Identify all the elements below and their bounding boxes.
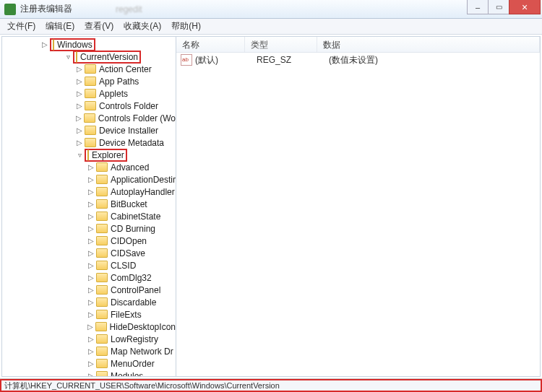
- tree-pane: ▷Windows▿CurrentVersion▷Action Center▷Ap…: [1, 36, 176, 377]
- close-button[interactable]: [509, 0, 541, 14]
- expander-icon[interactable]: ▷: [74, 139, 85, 147]
- tree-item[interactable]: ▷CLSID: [2, 259, 176, 271]
- tree-item[interactable]: ▷HideDesktopIcon: [2, 321, 176, 333]
- tree-item-label: AutoplayHandler: [111, 187, 175, 197]
- tree-item[interactable]: ▷Discardable: [2, 296, 176, 308]
- expander-icon[interactable]: ▷: [86, 261, 96, 269]
- tree-item-currentversion[interactable]: ▿CurrentVersion: [2, 51, 176, 63]
- tree-item[interactable]: ▷CabinetState: [2, 210, 176, 222]
- expander-icon[interactable]: ▷: [40, 40, 50, 48]
- tree-item[interactable]: ▷CIDSave: [2, 247, 176, 259]
- tree-item-label: FileExts: [111, 310, 142, 320]
- expander-icon[interactable]: ▿: [74, 151, 85, 159]
- expander-icon[interactable]: ▷: [86, 372, 96, 377]
- tree-item-label: Controls Folder (Wo: [98, 113, 176, 123]
- tree-item[interactable]: ▷Controls Folder (Wo: [2, 112, 176, 124]
- workspace: ▷Windows▿CurrentVersion▷Action Center▷Ap…: [0, 35, 542, 379]
- folder-icon: [96, 334, 108, 344]
- tree-item-label: Discardable: [111, 297, 156, 308]
- tree-item-label: CabinetState: [111, 212, 160, 222]
- tree-item[interactable]: ▷FileExts: [2, 308, 176, 321]
- tree-item-label: Modules: [111, 371, 143, 378]
- expander-icon[interactable]: ▷: [74, 65, 85, 73]
- tree-item[interactable]: ▷CIDOpen: [2, 235, 176, 247]
- value-type: REG_SZ: [257, 55, 329, 65]
- expander-icon[interactable]: ▷: [85, 323, 95, 331]
- tree-item-label: CIDOpen: [111, 236, 147, 246]
- tree-item-label: BitBucket: [111, 199, 147, 209]
- expander-icon[interactable]: ▷: [74, 90, 85, 97]
- tree-item[interactable]: ▷Device Installer: [2, 124, 176, 136]
- list-row[interactable]: (默认) REG_SZ (数值未设置): [176, 53, 540, 67]
- tree-item[interactable]: ▷Device Metadata: [2, 136, 176, 149]
- tree-item[interactable]: ▷ComDlg32: [2, 271, 176, 284]
- menu-edit[interactable]: 编辑(E): [41, 19, 79, 34]
- expander-icon[interactable]: ▷: [86, 225, 96, 232]
- tree-item[interactable]: ▷AutoplayHandler: [2, 186, 176, 198]
- minimize-button[interactable]: [467, 0, 489, 14]
- column-data[interactable]: 数据: [317, 37, 540, 52]
- expander-icon[interactable]: ▷: [86, 249, 96, 257]
- expander-icon[interactable]: ▷: [74, 77, 85, 85]
- expander-icon[interactable]: ▷: [86, 237, 96, 245]
- tree-item[interactable]: ▷App Paths: [2, 75, 176, 87]
- menu-help[interactable]: 帮助(H): [167, 19, 205, 34]
- tree-item[interactable]: ▷BitBucket: [2, 198, 176, 210]
- expander-icon[interactable]: ▷: [74, 126, 85, 134]
- column-name[interactable]: 名称: [176, 37, 245, 52]
- expander-icon[interactable]: ▷: [86, 335, 96, 343]
- tree-item-label: Explorer: [92, 150, 124, 160]
- folder-icon: [85, 89, 96, 98]
- tree-item-label: Advanced: [111, 162, 149, 173]
- column-type[interactable]: 类型: [245, 37, 317, 52]
- registry-tree[interactable]: ▷Windows▿CurrentVersion▷Action Center▷Ap…: [2, 37, 176, 377]
- list-pane: 名称 类型 数据 (默认) REG_SZ (数值未设置): [176, 36, 541, 377]
- expander-icon[interactable]: ▷: [86, 188, 96, 196]
- expander-icon[interactable]: ▷: [86, 298, 96, 306]
- tree-item[interactable]: ▷Advanced: [2, 161, 176, 173]
- menu-view[interactable]: 查看(V): [80, 19, 118, 34]
- app-icon: [4, 4, 16, 15]
- tree-item[interactable]: ▷ApplicationDestir: [2, 173, 176, 186]
- expander-icon[interactable]: ▷: [74, 114, 84, 122]
- tree-item-explorer[interactable]: ▿Explorer: [2, 149, 176, 161]
- menu-file[interactable]: 文件(F): [3, 19, 40, 34]
- tree-item[interactable]: ▷ControlPanel: [2, 284, 176, 296]
- menu-favorites[interactable]: 收藏夹(A): [119, 19, 165, 34]
- tree-item[interactable]: ▷CD Burning: [2, 222, 176, 235]
- expander-icon[interactable]: ▿: [63, 53, 73, 61]
- window-title: 注册表编辑器: [20, 3, 72, 15]
- tree-item-windows[interactable]: ▷Windows: [2, 38, 176, 51]
- tree-item[interactable]: ▷Controls Folder: [2, 100, 176, 112]
- folder-icon: [84, 113, 95, 123]
- tree-item[interactable]: ▷LowRegistry: [2, 333, 176, 345]
- expander-icon[interactable]: ▷: [86, 310, 96, 318]
- maximize-button[interactable]: [488, 0, 509, 14]
- folder-icon: [76, 51, 77, 63]
- folder-icon: [96, 175, 108, 184]
- folder-icon: [96, 162, 108, 172]
- tree-item-label: CD Burning: [111, 224, 155, 234]
- folder-icon: [95, 322, 107, 331]
- expander-icon[interactable]: ▷: [86, 212, 96, 220]
- tree-item-label: MenuOrder: [111, 359, 155, 369]
- tree-item[interactable]: ▷Applets: [2, 87, 176, 100]
- tree-item[interactable]: ▷Action Center: [2, 63, 176, 75]
- folder-icon: [96, 261, 108, 270]
- title-bar: 注册表编辑器 regedit: [0, 0, 542, 19]
- expander-icon[interactable]: ▷: [86, 163, 96, 171]
- folder-icon: [85, 101, 96, 110]
- expander-icon[interactable]: ▷: [86, 274, 96, 282]
- list-header: 名称 类型 数据: [176, 37, 540, 53]
- tree-item[interactable]: ▷MenuOrder: [2, 357, 176, 370]
- expander-icon[interactable]: ▷: [86, 175, 96, 183]
- folder-icon: [96, 297, 108, 307]
- expander-icon[interactable]: ▷: [86, 286, 96, 294]
- expander-icon[interactable]: ▷: [86, 360, 96, 367]
- tree-item-label: CIDSave: [111, 248, 145, 258]
- tree-item[interactable]: ▷Modules: [2, 370, 176, 377]
- expander-icon[interactable]: ▷: [86, 200, 96, 208]
- tree-item[interactable]: ▷Map Network Dr: [2, 345, 176, 357]
- expander-icon[interactable]: ▷: [74, 102, 85, 110]
- expander-icon[interactable]: ▷: [86, 347, 96, 355]
